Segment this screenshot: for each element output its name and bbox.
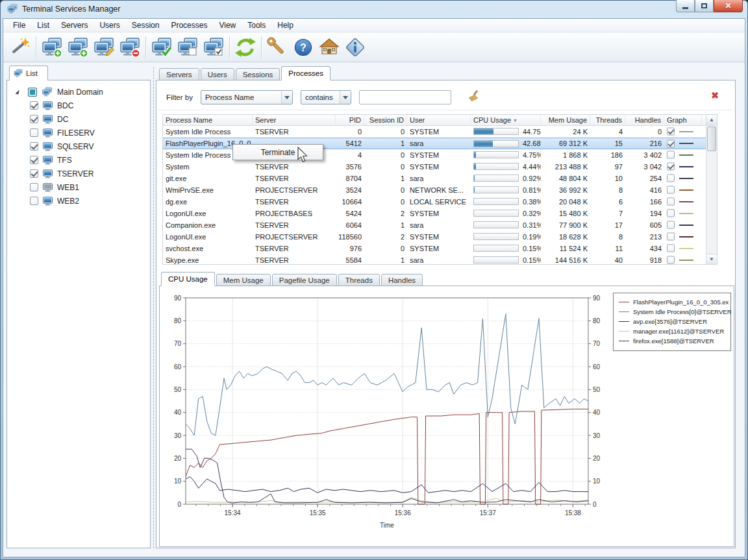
tree-item-sqlserv[interactable]: SQLSERV (10, 140, 145, 153)
cell-graph (664, 184, 702, 195)
menu-file[interactable]: File (7, 19, 31, 31)
about-button[interactable] (342, 34, 368, 60)
remove-server-button[interactable] (117, 34, 143, 60)
minimize-button[interactable] (676, 0, 695, 12)
help-button[interactable]: ? (290, 34, 316, 60)
close-button[interactable]: ✕ (714, 0, 743, 12)
tab-servers[interactable]: Servers (159, 68, 199, 80)
chart-tab-mem-usage[interactable]: Mem Usage (216, 274, 271, 286)
graph-checkbox[interactable] (667, 175, 675, 182)
chart-tab-handles[interactable]: Handles (381, 274, 423, 286)
close-filter-button[interactable]: ✖ (711, 91, 719, 100)
add-server-group-button[interactable] (65, 34, 91, 60)
column-header-process-name[interactable]: Process Name (163, 115, 253, 125)
table-row[interactable]: dg.exeTSERVER106640LOCAL SERVICE0.38%20 … (163, 196, 717, 208)
table-row[interactable]: LogonUI.exePROJECTBASES54242SYSTEM0.32%1… (163, 208, 717, 219)
graph-checkbox[interactable] (667, 221, 675, 229)
graph-checkbox[interactable] (667, 151, 675, 159)
menu-list[interactable]: List (31, 19, 55, 31)
add-server-button[interactable] (39, 34, 65, 60)
server-checkbox[interactable] (30, 183, 38, 191)
title-bar[interactable]: Terminal Services Manager (0, 0, 748, 18)
table-row[interactable]: Companion.exeTSERVER60641sara0.31%77 900… (163, 219, 717, 231)
context-menu-item-terminate[interactable]: Terminate (261, 148, 295, 157)
menu-tools[interactable]: Tools (242, 19, 271, 31)
column-header-mem-usage[interactable]: Mem Usage (541, 115, 590, 125)
server-checkbox[interactable] (30, 156, 38, 164)
filter-operator-dropdown[interactable]: contains (301, 90, 351, 104)
wizard-button[interactable] (7, 34, 33, 60)
graph-checkbox[interactable] (667, 233, 675, 241)
tree-item-dc[interactable]: DC (10, 112, 145, 126)
graph-checkbox[interactable] (667, 128, 675, 136)
column-header-handles[interactable]: Handles (625, 115, 664, 125)
table-row[interactable]: LogonUI.exePROJECTSERVER1185602SYSTEM0.1… (163, 231, 717, 243)
table-row[interactable]: git.exeTSERVER87041sara0.92%48 804 K1025… (163, 173, 717, 184)
filter-search-input[interactable] (359, 90, 451, 104)
table-row[interactable]: System Idle ProcessTSERVER00SYSTEM44.75%… (163, 126, 717, 138)
home-button[interactable] (316, 34, 342, 60)
scroll-up-icon[interactable]: ▲ (706, 115, 717, 125)
table-scrollbar[interactable]: ▲ ▼ (706, 115, 717, 264)
menu-view[interactable]: View (213, 19, 242, 31)
maximize-button[interactable] (695, 0, 714, 12)
tree-item-tserver[interactable]: TSERVER (10, 167, 145, 180)
chart-tab-cpu-usage[interactable]: CPU Usage (161, 272, 215, 286)
panel-splitter[interactable] (153, 67, 154, 548)
chart-tab-threads[interactable]: Threads (338, 274, 380, 286)
scrollbar-thumb[interactable] (707, 127, 716, 151)
table-row[interactable]: WmiPrvSE.exePROJECTSERVER35240NETWORK SE… (163, 184, 717, 196)
tree-item-tfs[interactable]: TFS (10, 153, 145, 167)
column-header-cpu-usage[interactable]: CPU Usage ▼ (471, 115, 541, 125)
server-checkbox[interactable] (30, 115, 38, 123)
graph-checkbox[interactable] (667, 256, 675, 264)
chart-tab-pagefile-usage[interactable]: Pagefile Usage (272, 274, 337, 286)
invert-server-selection-button[interactable] (201, 34, 227, 60)
tree-item-main-domain[interactable]: Main Domain (10, 85, 145, 99)
uncheck-all-servers-button[interactable] (175, 34, 201, 60)
column-header-pid[interactable]: PID (336, 115, 364, 125)
server-checkbox[interactable] (30, 128, 38, 137)
graph-checkbox[interactable] (667, 186, 675, 194)
column-header-graph[interactable]: Graph (664, 115, 702, 125)
check-all-servers-button[interactable] (149, 34, 175, 60)
graph-line-swatch (679, 131, 693, 132)
tab-sessions[interactable]: Sessions (236, 68, 280, 80)
graph-checkbox[interactable] (667, 210, 675, 217)
server-checkbox[interactable] (30, 169, 38, 178)
graph-checkbox[interactable] (667, 163, 675, 171)
graph-checkbox[interactable] (667, 245, 675, 252)
menu-servers[interactable]: Servers (55, 19, 94, 31)
table-row[interactable]: Skype.exeTSERVER55841sara0.15%144 516 K4… (163, 254, 717, 266)
filter-field-dropdown[interactable]: Process Name (201, 90, 293, 104)
menu-users[interactable]: Users (94, 19, 125, 31)
tree-item-bdc[interactable]: BDC (10, 99, 145, 112)
options-button[interactable] (264, 34, 290, 60)
menu-help[interactable]: Help (271, 19, 299, 31)
tab-users[interactable]: Users (201, 68, 234, 80)
refresh-button[interactable] (232, 34, 258, 60)
tree-expander-icon[interactable] (15, 90, 19, 95)
scroll-down-icon[interactable]: ▼ (706, 254, 717, 264)
domain-checkbox[interactable] (28, 88, 37, 97)
tree-item-web2[interactable]: WEB2 (10, 194, 145, 208)
table-row[interactable]: SystemTSERVER35760SYSTEM4.44%213 488 K97… (163, 161, 717, 173)
column-header-server[interactable]: Server (253, 115, 336, 125)
sidebar-tab-list[interactable]: List (9, 66, 48, 80)
graph-checkbox[interactable] (667, 140, 675, 147)
column-header-user[interactable]: User (407, 115, 471, 125)
graph-checkbox[interactable] (667, 198, 675, 206)
clear-filter-button[interactable] (467, 90, 480, 105)
menu-processes[interactable]: Processes (165, 19, 213, 31)
column-header-session-id[interactable]: Session ID (364, 115, 407, 125)
tab-processes[interactable]: Processes (281, 66, 330, 80)
table-row[interactable]: svchost.exeTSERVER9760SYSTEM0.15%11 524 … (163, 243, 717, 254)
server-checkbox[interactable] (30, 197, 38, 205)
server-checkbox[interactable] (30, 142, 38, 151)
tree-item-fileserv[interactable]: FILESERV (10, 126, 145, 140)
tree-item-web1[interactable]: WEB1 (10, 180, 145, 194)
server-checkbox[interactable] (30, 101, 38, 110)
edit-server-button[interactable] (91, 34, 117, 60)
column-header-threads[interactable]: Threads (590, 115, 625, 125)
menu-session[interactable]: Session (126, 19, 166, 31)
